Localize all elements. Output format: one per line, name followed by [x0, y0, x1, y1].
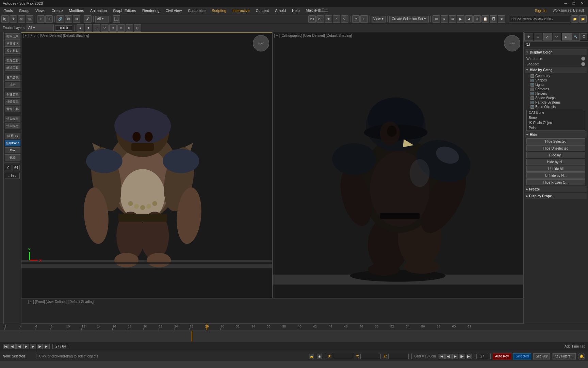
menu-tools[interactable]: Tools	[1, 8, 16, 13]
current-frame-input[interactable]	[476, 354, 488, 359]
cn-btn-multi-paste[interactable]: 多力粘贴	[5, 48, 20, 54]
geometry-check[interactable]	[530, 74, 534, 78]
obj-paint-btn[interactable]: 🖌	[84, 15, 92, 23]
material-editor-btn[interactable]: ○	[473, 15, 481, 23]
x-input[interactable]	[333, 354, 353, 359]
bone-objects-check[interactable]: ✓	[530, 105, 534, 109]
spinner-val1[interactable]: 0	[5, 165, 12, 170]
hide-frozen-btn[interactable]: Hide Frozen O...	[526, 179, 585, 185]
prev-frame-btn[interactable]: ◀	[16, 344, 22, 349]
freeze-section-header[interactable]: ▶ Freeze	[525, 186, 587, 192]
hide-by-name-btn[interactable]: Hide by [	[526, 152, 585, 158]
state-sets-btn[interactable]: ★	[498, 15, 505, 23]
status-next-key-btn[interactable]: |▶	[459, 354, 465, 359]
bone-objects-item[interactable]: ✓ Bone Objects	[525, 105, 587, 109]
snap-toggle-25d-btn[interactable]: 2.5	[316, 15, 324, 23]
rp-tab-hierarchy[interactable]: △	[543, 33, 552, 41]
workspace-selector[interactable]: Workspaces: Default	[550, 8, 587, 13]
menu-max-tools[interactable]: Max 杀毒卫士	[303, 7, 332, 14]
dropdown-bone[interactable]: Bone	[527, 115, 585, 120]
lights-item[interactable]: ✓ Lights	[525, 82, 587, 87]
menu-civil-view[interactable]: Civil View	[163, 8, 184, 13]
cn-btn-show-bone[interactable]: 显示Bone	[5, 140, 20, 146]
dropdown-cat-bone[interactable]: CAT Bone	[527, 110, 585, 115]
unhide-by-name-btn[interactable]: Unhide by N...	[526, 172, 585, 179]
render-frame-btn[interactable]: ◀	[465, 15, 473, 23]
shaded-color-swatch[interactable]	[581, 62, 585, 66]
prev-key-btn[interactable]: ◀|	[10, 344, 16, 349]
menu-rendering[interactable]: Rendering	[140, 8, 162, 13]
redo-btn[interactable]: ↪	[45, 15, 53, 23]
viewport-front[interactable]: [ + ] [Front] [User Defined] [Default Sh…	[21, 32, 272, 298]
shapes-check[interactable]: ✓	[530, 79, 534, 82]
selection-filter-dropdown[interactable]: All▼	[95, 16, 109, 22]
menu-modifiers[interactable]: Modifiers	[66, 8, 87, 13]
shapes-item[interactable]: ✓ Shapes	[525, 78, 587, 82]
menu-customize[interactable]: Customize	[185, 8, 208, 13]
cn-btn-bone-tool[interactable]: 骨骼工具	[5, 106, 20, 112]
hide-selected-btn[interactable]: Hide Selected	[526, 138, 585, 144]
bind-space-btn[interactable]: ⊕	[73, 15, 80, 23]
link-btn[interactable]: 🔗	[56, 15, 64, 23]
rotate-tool-btn[interactable]: ↺	[18, 15, 25, 23]
ribbon-btn7[interactable]: ⊗	[126, 24, 133, 32]
named-sel-sets-btn[interactable]: ⊞	[432, 15, 440, 23]
next-frame-btn[interactable]: ▶	[30, 344, 36, 349]
select-tool-btn[interactable]	[1, 15, 9, 23]
menu-help[interactable]: Help	[289, 8, 303, 13]
space-warps-item[interactable]: Space Warps	[525, 96, 587, 100]
rp-tab-settings[interactable]: ⚙	[581, 33, 587, 40]
hide-section-header[interactable]: ▼ Hide	[525, 132, 587, 138]
create-selection-set-btn[interactable]: Create Selection Set ▼	[389, 16, 429, 22]
display-props-section-header[interactable]: ▶ Display Prope...	[525, 193, 587, 199]
rp-tab-utilities[interactable]: 🔧	[571, 33, 580, 41]
y-input[interactable]	[360, 354, 381, 359]
ribbon-btn4[interactable]: ⟳	[101, 24, 109, 32]
menu-scripting[interactable]: Scripting	[209, 8, 229, 13]
key-filters-btn[interactable]: Key Filters...	[552, 353, 576, 359]
lights-check[interactable]: ✓	[530, 83, 534, 87]
cn-btn-view[interactable]: 视图	[5, 154, 20, 160]
view-dropdown[interactable]: View▼	[372, 16, 386, 22]
browse-path-btn[interactable]: 📁	[571, 15, 578, 23]
sign-in-btn[interactable]: Sign In	[532, 8, 549, 13]
selection-region-btn[interactable]	[113, 15, 120, 23]
lock-selection-btn[interactable]: 🔒	[309, 354, 314, 359]
cn-btn-create-menu[interactable]: 创建菜单	[5, 92, 20, 98]
timeline-ruler[interactable]: 2 4 6 8 10 12 14 16 18 20 22 24 26	[0, 324, 588, 331]
wireframe-color-swatch[interactable]	[581, 57, 585, 61]
maximize-btn[interactable]: □	[571, 1, 576, 6]
particle-systems-item[interactable]: ✓ Particle Systems	[525, 100, 587, 105]
render-output-btn[interactable]: 📋	[481, 15, 489, 23]
status-go-end-btn[interactable]: ▶|	[466, 354, 472, 359]
status-prev-key-btn[interactable]: ◀|	[445, 354, 452, 359]
cn-btn-track-tool[interactable]: 轨迹工具	[5, 65, 20, 71]
hide-unselected-btn[interactable]: Hide Unselected	[526, 145, 585, 151]
ribbon-btn5[interactable]: ⊕	[109, 24, 117, 32]
notification-btn[interactable]: 🔔	[578, 353, 585, 360]
rp-tab-create[interactable]: ✚	[524, 33, 533, 41]
align-btn[interactable]: ⊟	[360, 15, 368, 23]
cn-btn-hide-cs[interactable]: 隐藏CS	[5, 133, 20, 139]
cn-btn-guest-tool[interactable]: 客取工具	[5, 58, 20, 64]
angle-snap-btn[interactable]: ∠	[333, 15, 340, 23]
value-field[interactable]: 100.0	[55, 25, 72, 31]
menu-animation[interactable]: Animation	[87, 8, 110, 13]
minimize-btn[interactable]: ─	[563, 1, 569, 6]
menu-content[interactable]: Content	[253, 8, 272, 13]
play-btn[interactable]: ▶	[23, 344, 29, 349]
selected-badge[interactable]: Selected	[513, 353, 531, 359]
close-btn[interactable]: ✕	[579, 1, 585, 6]
set-project-btn[interactable]: 📂	[579, 15, 587, 23]
menu-arnold[interactable]: Arnold	[272, 8, 289, 13]
mirror-btn[interactable]: M	[352, 15, 360, 23]
snap-toggle-2d-btn[interactable]: 2D	[308, 15, 316, 23]
space-warps-check[interactable]	[530, 96, 534, 100]
cameras-item[interactable]: Cameras	[525, 87, 587, 91]
helpers-item[interactable]: ✓ Helpers	[525, 91, 587, 96]
viewport-ortho[interactable]: [ + ] [Orthographic] [User Defined] [Def…	[272, 32, 523, 298]
viewport-bottom[interactable]: [ + ] [Front] [User Defined] [Default Sh…	[21, 298, 523, 324]
menu-create[interactable]: Create	[49, 8, 65, 13]
dropdown-ik-chain[interactable]: IK Chain Object	[527, 120, 585, 125]
ribbon-btn2[interactable]: ▼	[85, 24, 92, 32]
